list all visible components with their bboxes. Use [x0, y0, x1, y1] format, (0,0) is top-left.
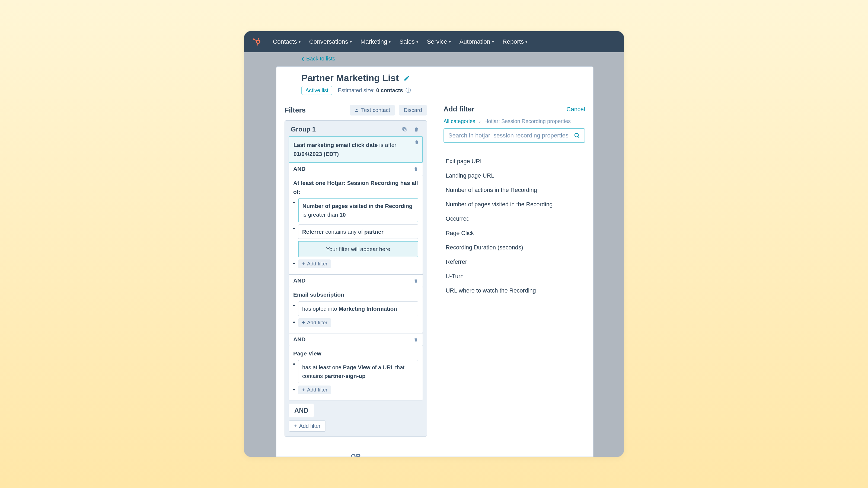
back-link-label: Back to lists — [306, 56, 335, 62]
cancel-link[interactable]: Cancel — [567, 106, 585, 113]
search-input[interactable] — [448, 132, 571, 139]
active-list-chip[interactable]: Active list — [301, 86, 332, 95]
svg-rect-8 — [404, 129, 406, 131]
plus-icon: + — [302, 261, 305, 267]
filter-placeholder: Your filter will appear here — [298, 241, 418, 257]
nav-service[interactable]: Service▾ — [427, 38, 451, 45]
hubspot-logo-icon — [252, 37, 261, 46]
property-option[interactable]: URL where to watch the Recording — [443, 284, 585, 298]
property-option[interactable]: Occurred — [443, 212, 585, 226]
condition-card[interactable]: Email subscription has opted into Market… — [289, 287, 423, 333]
bullet-icon — [293, 228, 295, 229]
discard-button[interactable]: Discard — [399, 105, 427, 116]
svg-line-6 — [257, 43, 258, 44]
property-option[interactable]: U-Turn — [443, 269, 585, 284]
chevron-left-icon: ❮ — [301, 56, 305, 61]
info-icon[interactable]: ⓘ — [405, 87, 411, 93]
and-separator: AND — [289, 163, 423, 175]
and-separator: AND — [289, 333, 423, 346]
svg-point-7 — [356, 109, 358, 110]
page-title: Partner Marketing List — [301, 73, 399, 83]
chevron-down-icon: ▾ — [416, 40, 418, 44]
trash-icon[interactable] — [412, 126, 421, 133]
property-option[interactable]: Recording Duration (seconds) — [443, 240, 585, 255]
property-option[interactable]: Number of pages visited in the Recording — [443, 197, 585, 212]
crumb-root[interactable]: All categories — [443, 118, 475, 124]
svg-line-4 — [254, 39, 257, 41]
chevron-down-icon: ▾ — [492, 40, 494, 44]
app-window: Contacts▾ Conversations▾ Marketing▾ Sale… — [244, 31, 624, 457]
nested-condition[interactable]: has opted into Marketing Information — [298, 301, 418, 316]
chevron-down-icon: ▾ — [525, 40, 527, 44]
trash-icon[interactable] — [413, 166, 418, 171]
svg-point-10 — [575, 133, 578, 137]
add-filter-button[interactable]: +Add filter — [289, 421, 326, 432]
chevron-down-icon: ▾ — [389, 40, 391, 44]
add-filter-title: Add filter — [443, 105, 474, 113]
property-option[interactable]: Referrer — [443, 255, 585, 269]
nav-reports[interactable]: Reports▾ — [503, 38, 528, 45]
property-search[interactable] — [443, 128, 585, 143]
condition-card[interactable]: Last marketing email click date is after… — [289, 136, 423, 163]
nested-condition[interactable]: Number of pages visited in the Recording… — [298, 198, 418, 222]
clone-icon[interactable] — [400, 126, 409, 133]
filters-column: Filters Test contact Discard Group 1 — [276, 100, 435, 457]
nav-contacts[interactable]: Contacts▾ — [273, 38, 301, 45]
trash-icon[interactable] — [413, 337, 418, 342]
bullet-icon — [293, 263, 295, 264]
bullet-icon — [293, 363, 295, 365]
edit-icon[interactable] — [404, 75, 410, 82]
top-nav: Contacts▾ Conversations▾ Marketing▾ Sale… — [244, 31, 624, 52]
add-filter-button[interactable]: +Add filter — [298, 259, 331, 268]
and-separator: AND — [289, 274, 423, 287]
nested-condition[interactable]: Referrer contains any of partner — [298, 225, 418, 239]
bullet-icon — [293, 389, 295, 390]
nav-marketing[interactable]: Marketing▾ — [361, 38, 391, 45]
plus-icon: + — [294, 423, 297, 429]
plus-icon: + — [302, 387, 305, 393]
property-option[interactable]: Exit page URL — [443, 154, 585, 169]
back-to-lists-link[interactable]: ❮ Back to lists — [301, 56, 335, 62]
search-icon — [574, 132, 580, 139]
nav-conversations[interactable]: Conversations▾ — [309, 38, 352, 45]
test-contact-button[interactable]: Test contact — [350, 105, 395, 116]
add-filter-column: Add filter Cancel All categories › Hotja… — [435, 100, 593, 457]
chevron-down-icon: ▾ — [299, 40, 301, 44]
svg-point-3 — [257, 44, 258, 46]
svg-line-11 — [578, 136, 579, 138]
property-option[interactable]: Rage Click — [443, 226, 585, 240]
svg-rect-9 — [403, 127, 405, 130]
nav-automation[interactable]: Automation▾ — [460, 38, 494, 45]
group-title: Group 1 — [291, 126, 316, 133]
or-separator: OR — [284, 449, 427, 457]
svg-point-1 — [258, 38, 259, 40]
trash-icon[interactable] — [413, 278, 418, 283]
filter-group-1: Group 1 — [284, 120, 427, 437]
property-list: Exit page URL Landing page URL Number of… — [443, 154, 585, 298]
estimated-size: Estimated size: 0 contacts ⓘ — [338, 87, 411, 94]
property-option[interactable]: Landing page URL — [443, 169, 585, 183]
nested-condition[interactable]: has at least one Page View of a URL that… — [298, 360, 418, 383]
main-panel: Partner Marketing List Active list Estim… — [276, 66, 593, 457]
person-icon — [354, 108, 359, 112]
crumb-current: Hotjar: Session Recording properties — [484, 118, 571, 124]
chevron-right-icon: › — [479, 118, 480, 124]
add-filter-button[interactable]: +Add filter — [298, 386, 331, 394]
bullet-icon — [293, 305, 295, 306]
condition-card[interactable]: Page View has at least one Page View of … — [289, 346, 423, 400]
condition-card[interactable]: At least one Hotjar: Session Recording h… — [289, 175, 423, 274]
bullet-icon — [293, 202, 295, 203]
filters-title: Filters — [284, 106, 306, 115]
trash-icon[interactable] — [414, 140, 419, 144]
panel-header: Partner Marketing List Active list Estim… — [276, 67, 593, 100]
plus-icon: + — [302, 320, 305, 326]
chevron-down-icon: ▾ — [350, 40, 352, 44]
nav-sales[interactable]: Sales▾ — [399, 38, 418, 45]
chevron-down-icon: ▾ — [449, 40, 451, 44]
and-chip: AND — [289, 404, 314, 417]
property-option[interactable]: Number of actions in the Recording — [443, 183, 585, 197]
breadcrumb: All categories › Hotjar: Session Recordi… — [443, 118, 585, 124]
bullet-icon — [293, 322, 295, 323]
add-filter-button[interactable]: +Add filter — [298, 318, 331, 327]
stage: ❮ Back to lists Partner Marketing List A… — [244, 52, 624, 457]
